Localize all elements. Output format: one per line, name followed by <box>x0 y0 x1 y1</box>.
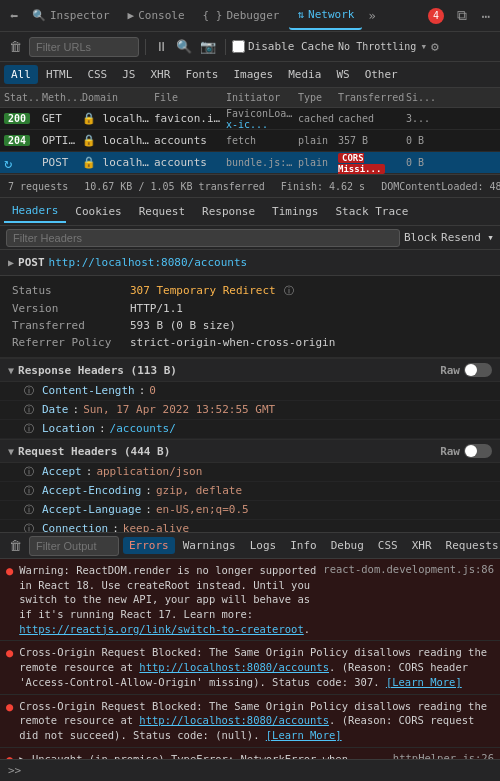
header-value: en-US,en;q=0.5 <box>156 503 249 516</box>
filter-headers-input[interactable] <box>6 229 400 247</box>
detail-tab-request[interactable]: Request <box>131 201 193 222</box>
search-icon[interactable]: 🔍 <box>173 37 195 56</box>
tab-inspector[interactable]: 🔍 Inspector <box>24 2 118 30</box>
filter-urls-input[interactable] <box>29 37 139 57</box>
console-message: ▶ Uncaught (in promise) TypeError: Netwo… <box>19 752 387 759</box>
block-label[interactable]: Block <box>404 231 437 244</box>
header-help-icon[interactable]: ⓘ <box>24 384 36 398</box>
header-help-icon[interactable]: ⓘ <box>24 465 36 479</box>
toolbar-icons: ⏸ 🔍 📷 <box>152 37 219 56</box>
disable-cache-input[interactable] <box>232 40 245 53</box>
file-cell: accounts <box>154 156 224 169</box>
detail-tab-headers[interactable]: Headers <box>4 200 66 223</box>
header-help-icon[interactable]: ⓘ <box>24 522 36 532</box>
console-tab-xhr[interactable]: XHR <box>406 537 438 554</box>
filter-tab-css[interactable]: CSS <box>80 65 114 84</box>
filter-tab-other[interactable]: Other <box>358 65 405 84</box>
console-tab-warnings[interactable]: Warnings <box>177 537 242 554</box>
header-name: Connection <box>42 522 108 532</box>
inspector-label: Inspector <box>50 9 110 22</box>
console-tabs: Errors Warnings Logs Info Debug CSS XHR … <box>123 537 500 554</box>
type-cell: plain <box>298 157 336 168</box>
error-icon: ● <box>6 700 13 714</box>
filter-tab-xhr[interactable]: XHR <box>144 65 178 84</box>
disable-cache-checkbox[interactable]: Disable Cache <box>232 40 334 53</box>
console-tab-debug[interactable]: Debug <box>325 537 370 554</box>
console-file[interactable]: react-dom.development.js:86 <box>323 563 494 575</box>
filter-tab-js[interactable]: JS <box>115 65 142 84</box>
header-help-icon[interactable]: ⓘ <box>24 422 36 436</box>
console-tab-css[interactable]: CSS <box>372 537 404 554</box>
devtools-close-icon[interactable]: ⬅ <box>4 6 24 26</box>
detail-tab-stacktrace[interactable]: Stack Trace <box>327 201 416 222</box>
filter-tab-all[interactable]: All <box>4 65 38 84</box>
tab-console[interactable]: ▶ Console <box>120 2 193 30</box>
detail-tab-timings[interactable]: Timings <box>264 201 326 222</box>
console-link[interactable]: http://localhost:8080/accounts <box>139 714 329 726</box>
pause-icon[interactable]: ⏸ <box>152 37 171 56</box>
list-item: ⓘ Connection : keep-alive <box>0 520 500 532</box>
resend-button[interactable]: Resend ▾ <box>441 231 494 244</box>
requests-count: 7 requests <box>8 181 68 192</box>
header-help-icon[interactable]: ⓘ <box>24 484 36 498</box>
filter-tab-images[interactable]: Images <box>227 65 281 84</box>
header-help-icon[interactable]: ⓘ <box>24 403 36 417</box>
settings-icon[interactable]: ⋯ <box>476 6 496 26</box>
filter-tab-ws[interactable]: WS <box>329 65 356 84</box>
console-tab-errors[interactable]: Errors <box>123 537 175 554</box>
filter-tab-media[interactable]: Media <box>281 65 328 84</box>
transferred-label: Transferred <box>12 319 122 332</box>
detail-filter-bar: Block Resend ▾ <box>0 226 500 250</box>
inspector-icon: 🔍 <box>32 9 46 22</box>
window-icon[interactable]: ⧉ <box>452 6 472 26</box>
header-help-icon[interactable]: ⓘ <box>24 503 36 517</box>
request-url: http://localhost:8080/accounts <box>49 256 248 269</box>
raw-toggle-switch[interactable] <box>464 363 492 377</box>
table-row[interactable]: 204 OPTI... 🔒 localhos... accounts fetch… <box>0 130 500 152</box>
status-help-icon[interactable]: ⓘ <box>284 284 294 298</box>
filter-tab-html[interactable]: HTML <box>39 65 80 84</box>
console-clear-icon[interactable]: 🗑 <box>6 536 25 555</box>
console-link[interactable]: http://localhost:8080/accounts <box>139 661 329 673</box>
header-value: 0 <box>149 384 156 397</box>
learn-more-link[interactable]: [Learn More] <box>386 676 462 688</box>
console-prompt-icon: >> <box>8 764 21 777</box>
more-tabs-button[interactable]: » <box>364 7 379 25</box>
detail-tab-response[interactable]: Response <box>194 201 263 222</box>
console-filter-input[interactable] <box>29 536 119 556</box>
console-message: Cross-Origin Request Blocked: The Same O… <box>19 645 494 689</box>
console-link[interactable]: https://reactjs.org/link/switch-to-creat… <box>19 623 303 635</box>
list-item: ● Cross-Origin Request Blocked: The Same… <box>0 641 500 694</box>
response-headers-section[interactable]: ▼ Response Headers (113 B) Raw <box>0 358 500 382</box>
method-cell: OPTI... <box>42 134 80 147</box>
table-row[interactable]: 200 GET 🔒 localhos... favicon.ico Favico… <box>0 108 500 130</box>
console-file[interactable]: httpHelper.js:26 <box>393 752 494 759</box>
detail-tab-cookies[interactable]: Cookies <box>67 201 129 222</box>
version-label: Version <box>12 302 122 315</box>
request-headers-title: Request Headers (444 B) <box>18 445 440 458</box>
summary-bar: 7 requests 10.67 KB / 1.05 KB transferre… <box>0 174 500 198</box>
raw-toggle-switch2[interactable] <box>464 444 492 458</box>
transferred-value: 593 B (0 B size) <box>130 319 236 332</box>
status-badge: ↻ <box>4 155 40 171</box>
tab-debugger[interactable]: { } Debugger <box>195 2 288 30</box>
request-list: Stat... Meth... Domain File Initiator Ty… <box>0 88 500 174</box>
request-headers-section[interactable]: ▼ Request Headers (444 B) Raw <box>0 439 500 463</box>
detail-panel: Headers Cookies Request Response Timings… <box>0 198 500 532</box>
console-tab-requests[interactable]: Requests <box>440 537 500 554</box>
console-tab-logs[interactable]: Logs <box>244 537 283 554</box>
learn-more-link2[interactable]: [Learn More] <box>266 729 342 741</box>
filter-tab-fonts[interactable]: Fonts <box>178 65 225 84</box>
network-settings-icon[interactable]: ⚙ <box>431 39 439 54</box>
table-row[interactable]: ↻ POST 🔒 localhos... accounts bundle.js:… <box>0 152 500 174</box>
screenshot-icon[interactable]: 📷 <box>197 37 219 56</box>
clear-button[interactable]: 🗑 <box>6 37 25 56</box>
tab-network[interactable]: ⇅ Network <box>289 2 362 30</box>
referrer-row: Referrer Policy strict-origin-when-cross… <box>12 334 488 351</box>
console-entries: ● Warning: ReactDOM.render is no longer … <box>0 559 500 759</box>
throttle-dropdown-icon[interactable]: ▾ <box>420 40 427 53</box>
header-value: application/json <box>96 465 202 478</box>
request-method: POST <box>18 256 45 269</box>
console-tab-info[interactable]: Info <box>284 537 323 554</box>
console-input[interactable] <box>25 764 492 777</box>
